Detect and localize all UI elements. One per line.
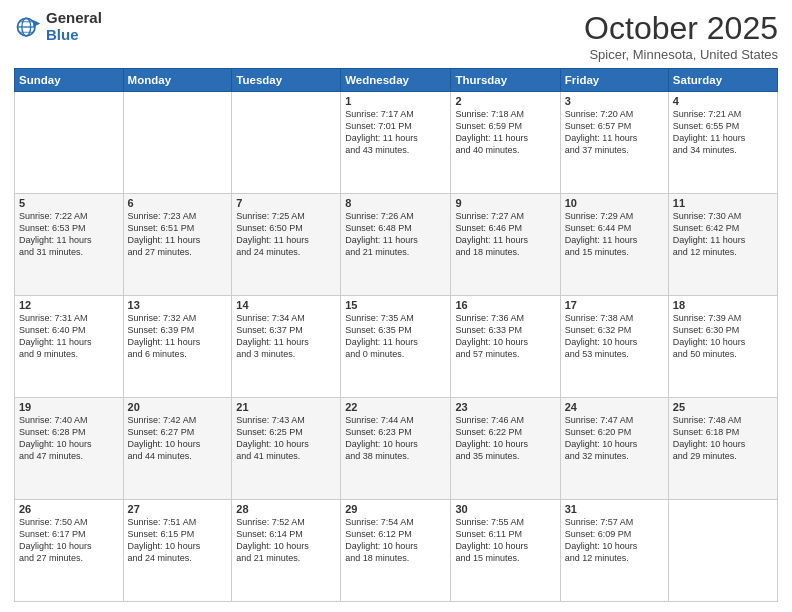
day-number: 10 [565, 197, 664, 209]
svg-marker-6 [33, 20, 40, 27]
day-number: 30 [455, 503, 555, 515]
calendar-week-2: 5Sunrise: 7:22 AM Sunset: 6:53 PM Daylig… [15, 194, 778, 296]
day-info: Sunrise: 7:23 AM Sunset: 6:51 PM Dayligh… [128, 210, 228, 259]
day-info: Sunrise: 7:22 AM Sunset: 6:53 PM Dayligh… [19, 210, 119, 259]
day-info: Sunrise: 7:50 AM Sunset: 6:17 PM Dayligh… [19, 516, 119, 565]
day-info: Sunrise: 7:54 AM Sunset: 6:12 PM Dayligh… [345, 516, 446, 565]
day-info: Sunrise: 7:48 AM Sunset: 6:18 PM Dayligh… [673, 414, 773, 463]
calendar-cell: 11Sunrise: 7:30 AM Sunset: 6:42 PM Dayli… [668, 194, 777, 296]
day-info: Sunrise: 7:57 AM Sunset: 6:09 PM Dayligh… [565, 516, 664, 565]
calendar-cell: 21Sunrise: 7:43 AM Sunset: 6:25 PM Dayli… [232, 398, 341, 500]
day-number: 3 [565, 95, 664, 107]
day-info: Sunrise: 7:39 AM Sunset: 6:30 PM Dayligh… [673, 312, 773, 361]
col-thursday: Thursday [451, 69, 560, 92]
calendar-cell: 4Sunrise: 7:21 AM Sunset: 6:55 PM Daylig… [668, 92, 777, 194]
day-info: Sunrise: 7:20 AM Sunset: 6:57 PM Dayligh… [565, 108, 664, 157]
calendar-cell: 2Sunrise: 7:18 AM Sunset: 6:59 PM Daylig… [451, 92, 560, 194]
logo-icon [14, 13, 42, 41]
calendar: Sunday Monday Tuesday Wednesday Thursday… [14, 68, 778, 602]
day-info: Sunrise: 7:52 AM Sunset: 6:14 PM Dayligh… [236, 516, 336, 565]
day-info: Sunrise: 7:47 AM Sunset: 6:20 PM Dayligh… [565, 414, 664, 463]
calendar-cell [123, 92, 232, 194]
day-number: 6 [128, 197, 228, 209]
day-info: Sunrise: 7:51 AM Sunset: 6:15 PM Dayligh… [128, 516, 228, 565]
calendar-cell: 15Sunrise: 7:35 AM Sunset: 6:35 PM Dayli… [341, 296, 451, 398]
calendar-cell: 30Sunrise: 7:55 AM Sunset: 6:11 PM Dayli… [451, 500, 560, 602]
day-number: 4 [673, 95, 773, 107]
logo-general-text: General [46, 10, 102, 27]
day-number: 2 [455, 95, 555, 107]
calendar-week-3: 12Sunrise: 7:31 AM Sunset: 6:40 PM Dayli… [15, 296, 778, 398]
day-info: Sunrise: 7:55 AM Sunset: 6:11 PM Dayligh… [455, 516, 555, 565]
day-number: 29 [345, 503, 446, 515]
title-block: October 2025 Spicer, Minnesota, United S… [584, 10, 778, 62]
calendar-cell: 18Sunrise: 7:39 AM Sunset: 6:30 PM Dayli… [668, 296, 777, 398]
day-info: Sunrise: 7:35 AM Sunset: 6:35 PM Dayligh… [345, 312, 446, 361]
calendar-cell: 31Sunrise: 7:57 AM Sunset: 6:09 PM Dayli… [560, 500, 668, 602]
calendar-cell: 28Sunrise: 7:52 AM Sunset: 6:14 PM Dayli… [232, 500, 341, 602]
calendar-cell [668, 500, 777, 602]
location: Spicer, Minnesota, United States [584, 47, 778, 62]
calendar-cell: 22Sunrise: 7:44 AM Sunset: 6:23 PM Dayli… [341, 398, 451, 500]
day-info: Sunrise: 7:46 AM Sunset: 6:22 PM Dayligh… [455, 414, 555, 463]
day-info: Sunrise: 7:21 AM Sunset: 6:55 PM Dayligh… [673, 108, 773, 157]
calendar-cell: 19Sunrise: 7:40 AM Sunset: 6:28 PM Dayli… [15, 398, 124, 500]
month-title: October 2025 [584, 10, 778, 47]
day-number: 20 [128, 401, 228, 413]
header: General Blue October 2025 Spicer, Minnes… [14, 10, 778, 62]
day-info: Sunrise: 7:30 AM Sunset: 6:42 PM Dayligh… [673, 210, 773, 259]
day-info: Sunrise: 7:18 AM Sunset: 6:59 PM Dayligh… [455, 108, 555, 157]
col-sunday: Sunday [15, 69, 124, 92]
day-number: 31 [565, 503, 664, 515]
calendar-cell: 3Sunrise: 7:20 AM Sunset: 6:57 PM Daylig… [560, 92, 668, 194]
day-info: Sunrise: 7:26 AM Sunset: 6:48 PM Dayligh… [345, 210, 446, 259]
day-number: 21 [236, 401, 336, 413]
calendar-cell: 24Sunrise: 7:47 AM Sunset: 6:20 PM Dayli… [560, 398, 668, 500]
calendar-cell: 27Sunrise: 7:51 AM Sunset: 6:15 PM Dayli… [123, 500, 232, 602]
day-info: Sunrise: 7:25 AM Sunset: 6:50 PM Dayligh… [236, 210, 336, 259]
day-number: 15 [345, 299, 446, 311]
calendar-cell: 6Sunrise: 7:23 AM Sunset: 6:51 PM Daylig… [123, 194, 232, 296]
calendar-cell: 17Sunrise: 7:38 AM Sunset: 6:32 PM Dayli… [560, 296, 668, 398]
day-info: Sunrise: 7:34 AM Sunset: 6:37 PM Dayligh… [236, 312, 336, 361]
col-tuesday: Tuesday [232, 69, 341, 92]
logo-blue-text: Blue [46, 27, 102, 44]
day-number: 5 [19, 197, 119, 209]
day-number: 24 [565, 401, 664, 413]
calendar-week-1: 1Sunrise: 7:17 AM Sunset: 7:01 PM Daylig… [15, 92, 778, 194]
day-number: 26 [19, 503, 119, 515]
calendar-cell: 7Sunrise: 7:25 AM Sunset: 6:50 PM Daylig… [232, 194, 341, 296]
day-number: 14 [236, 299, 336, 311]
day-info: Sunrise: 7:36 AM Sunset: 6:33 PM Dayligh… [455, 312, 555, 361]
calendar-week-5: 26Sunrise: 7:50 AM Sunset: 6:17 PM Dayli… [15, 500, 778, 602]
calendar-cell: 23Sunrise: 7:46 AM Sunset: 6:22 PM Dayli… [451, 398, 560, 500]
day-info: Sunrise: 7:43 AM Sunset: 6:25 PM Dayligh… [236, 414, 336, 463]
page: General Blue October 2025 Spicer, Minnes… [0, 0, 792, 612]
day-number: 28 [236, 503, 336, 515]
day-info: Sunrise: 7:42 AM Sunset: 6:27 PM Dayligh… [128, 414, 228, 463]
day-number: 8 [345, 197, 446, 209]
calendar-cell: 13Sunrise: 7:32 AM Sunset: 6:39 PM Dayli… [123, 296, 232, 398]
day-number: 19 [19, 401, 119, 413]
day-number: 1 [345, 95, 446, 107]
day-info: Sunrise: 7:44 AM Sunset: 6:23 PM Dayligh… [345, 414, 446, 463]
calendar-cell: 5Sunrise: 7:22 AM Sunset: 6:53 PM Daylig… [15, 194, 124, 296]
day-number: 27 [128, 503, 228, 515]
day-number: 25 [673, 401, 773, 413]
calendar-cell [232, 92, 341, 194]
logo-text: General Blue [46, 10, 102, 43]
day-number: 13 [128, 299, 228, 311]
calendar-cell: 12Sunrise: 7:31 AM Sunset: 6:40 PM Dayli… [15, 296, 124, 398]
day-number: 12 [19, 299, 119, 311]
calendar-header-row: Sunday Monday Tuesday Wednesday Thursday… [15, 69, 778, 92]
calendar-cell: 29Sunrise: 7:54 AM Sunset: 6:12 PM Dayli… [341, 500, 451, 602]
calendar-cell: 1Sunrise: 7:17 AM Sunset: 7:01 PM Daylig… [341, 92, 451, 194]
day-number: 9 [455, 197, 555, 209]
col-monday: Monday [123, 69, 232, 92]
day-number: 23 [455, 401, 555, 413]
day-number: 22 [345, 401, 446, 413]
day-number: 17 [565, 299, 664, 311]
day-number: 16 [455, 299, 555, 311]
day-info: Sunrise: 7:38 AM Sunset: 6:32 PM Dayligh… [565, 312, 664, 361]
day-info: Sunrise: 7:27 AM Sunset: 6:46 PM Dayligh… [455, 210, 555, 259]
